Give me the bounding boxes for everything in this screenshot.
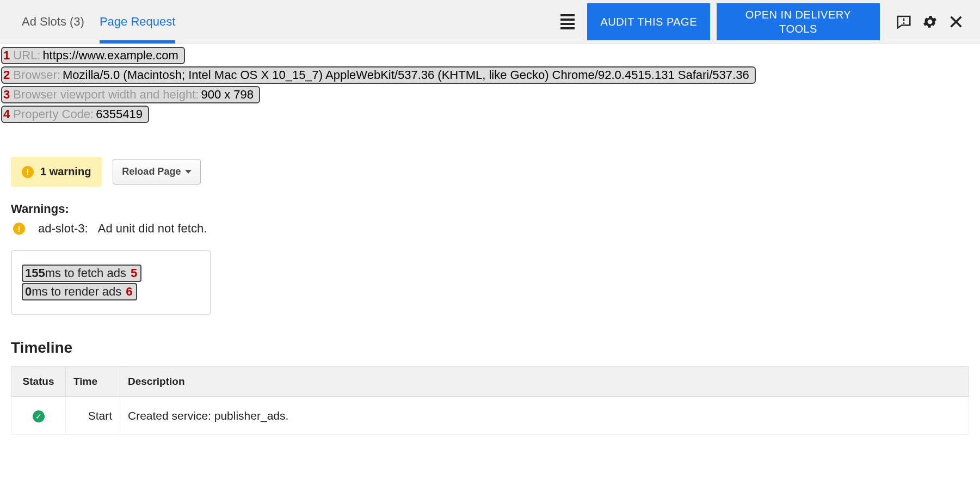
timing-render-row: 0 ms to render ads 6 [22,283,137,300]
timing-render-ms: 0 [25,284,32,299]
audit-page-label: AUDIT THIS PAGE [600,15,697,29]
info-num-3: 3 [2,87,11,102]
info-row-url: 1 URL: https://www.example.com [1,47,185,64]
timeline-col-status: Status [11,367,66,397]
tabs: Ad Slots (3) Page Request [22,0,175,44]
feedback-svg-icon [896,14,912,30]
reload-page-dropdown[interactable]: Reload Page [113,159,201,185]
info-label-url: URL: [11,48,42,63]
info-value-viewport: 900 x 798 [201,87,256,102]
timeline-table: Status Time Description ✓ Start Created … [11,366,969,435]
header-bar: Ad Slots (3) Page Request AUDIT THIS PAG… [0,0,980,44]
warning-line: ! ad-slot-3: Ad unit did not fetch. [13,222,969,236]
timing-fetch-row: 155 ms to fetch ads 5 [22,265,141,282]
main-content: ! 1 warning Reload Page Warnings: ! ad-s… [0,124,980,441]
timing-render-marker: 6 [121,284,132,299]
timing-fetch-text: ms to fetch ads [45,266,126,281]
controls-row: ! 1 warning Reload Page [11,157,969,187]
close-svg-icon [948,14,964,29]
menu-lines-icon [560,14,575,29]
caret-down-icon [185,170,192,174]
info-value-browser: Mozilla/5.0 (Macintosh; Intel Mac OS X 1… [63,67,751,83]
close-icon[interactable] [943,9,969,35]
tab-page-request[interactable]: Page Request [100,0,175,44]
timeline-heading: Timeline [11,339,969,357]
tab-ad-slots[interactable]: Ad Slots (3) [22,0,84,44]
feedback-icon[interactable] [891,9,917,35]
info-num-2: 2 [2,67,11,83]
info-num-4: 4 [2,107,11,122]
timeline-col-time: Time [66,367,120,397]
timeline-status-cell: ✓ [11,397,66,435]
hamburger-icon[interactable] [554,9,581,35]
timeline-row: ✓ Start Created service: publisher_ads. [11,397,969,435]
warning-icon: ! [22,166,34,178]
info-row-viewport: 3 Browser viewport width and height: 900… [1,86,260,103]
tab-ad-slots-label: Ad Slots (3) [22,15,84,29]
info-block: 1 URL: https://www.example.com 2 Browser… [0,44,980,124]
timeline-time-cell: Start [66,397,120,435]
tab-page-request-label: Page Request [100,15,175,29]
timing-render-text: ms to render ads [32,284,121,299]
info-row-browser: 2 Browser: Mozilla/5.0 (Macintosh; Intel… [1,66,756,84]
settings-icon[interactable] [917,9,943,35]
timing-fetch-ms: 155 [25,266,45,281]
audit-page-button[interactable]: AUDIT THIS PAGE [587,3,710,40]
svg-point-1 [903,22,905,24]
warning-icon: ! [13,223,25,235]
info-num-1: 1 [2,48,11,63]
check-icon: ✓ [33,410,45,422]
timing-box: 155 ms to fetch ads 5 0 ms to render ads… [11,250,211,315]
timeline-header-row: Status Time Description [11,367,969,397]
info-row-property: 4 Property Code: 6355419 [1,106,149,123]
warning-chip[interactable]: ! 1 warning [11,157,102,187]
warning-slot: ad-slot-3: [38,222,88,236]
open-delivery-tools-button[interactable]: OPEN IN DELIVERY TOOLS [717,3,880,40]
info-label-viewport: Browser viewport width and height: [11,87,201,102]
info-label-browser: Browser: [11,67,63,83]
gear-svg-icon [922,14,938,30]
info-value-url: https://www.example.com [42,48,180,63]
open-delivery-tools-label: OPEN IN DELIVERY TOOLS [730,8,867,36]
reload-page-label: Reload Page [122,166,181,177]
warning-count-label: 1 warning [40,165,91,178]
warnings-heading: Warnings: [11,202,969,216]
warning-message: Ad unit did not fetch. [98,222,207,236]
info-label-property: Property Code: [11,107,96,122]
timeline-desc-cell: Created service: publisher_ads. [120,397,969,435]
timing-fetch-marker: 5 [126,266,137,281]
info-value-property: 6355419 [96,107,145,122]
timeline-col-description: Description [120,367,969,397]
